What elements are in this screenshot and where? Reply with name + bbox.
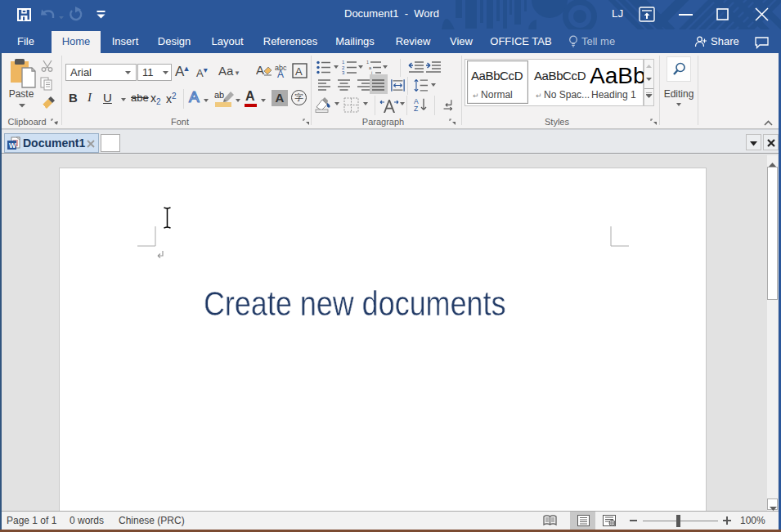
svg-text:Z: Z: [414, 105, 418, 112]
svg-text:ab: ab: [214, 90, 224, 100]
svg-text:W: W: [9, 141, 16, 150]
svg-text:A: A: [256, 63, 264, 77]
svg-text:a: a: [369, 65, 372, 70]
svg-text:A: A: [414, 97, 419, 105]
svg-text:2: 2: [342, 65, 345, 70]
svg-text:1: 1: [342, 60, 345, 65]
svg-text:A: A: [295, 65, 303, 78]
svg-text:1: 1: [366, 60, 369, 65]
svg-text:3: 3: [342, 70, 345, 74]
svg-text:A: A: [277, 69, 284, 78]
